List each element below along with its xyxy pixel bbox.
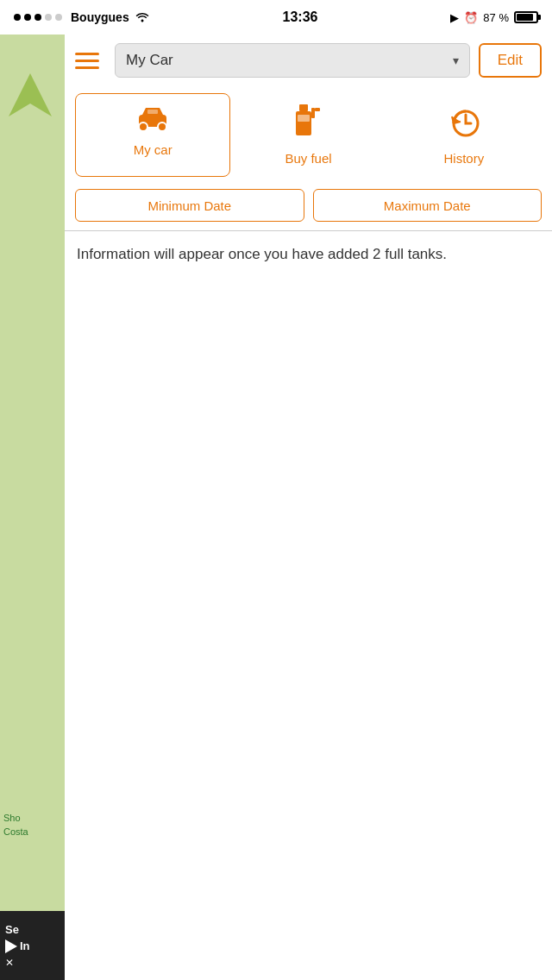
fuel-pump-icon — [292, 104, 323, 146]
location-icon: ▶ — [450, 11, 459, 24]
menu-line-1 — [75, 53, 99, 55]
menu-line-2 — [75, 60, 99, 62]
status-bar: Bouygues 13:36 ▶ ⏰ 87 % — [0, 0, 552, 35]
tab-my-car-label: My car — [134, 142, 172, 157]
svg-marker-0 — [9, 73, 52, 116]
svg-point-4 — [158, 122, 166, 130]
dot-3 — [34, 14, 41, 21]
panel: My Car ▾ Edit My car — [65, 35, 552, 980]
status-left: Bouygues — [14, 10, 150, 25]
status-time: 13:36 — [283, 9, 318, 25]
svg-rect-9 — [315, 108, 320, 111]
ad-logo: In — [5, 939, 30, 953]
menu-line-3 — [75, 66, 99, 69]
header: My Car ▾ Edit — [65, 35, 552, 86]
tab-my-car[interactable]: My car — [75, 93, 230, 177]
car-select-value: My Car — [126, 52, 173, 69]
svg-point-3 — [139, 122, 147, 130]
battery-fill — [517, 14, 533, 21]
tab-history[interactable]: History — [386, 93, 542, 177]
map-arrow-icon — [9, 69, 52, 121]
chevron-down-icon: ▾ — [453, 53, 459, 67]
car-icon — [132, 104, 173, 137]
history-icon — [447, 104, 481, 146]
dot-2 — [24, 14, 31, 21]
min-date-button[interactable]: Minimum Date — [75, 189, 304, 222]
signal-dots — [14, 14, 62, 21]
ad-play-icon — [5, 939, 17, 953]
svg-rect-7 — [298, 115, 310, 122]
carrier-label: Bouygues — [71, 10, 129, 24]
menu-button[interactable] — [75, 45, 106, 76]
tab-bar: My car Buy fuel — [65, 86, 552, 177]
wifi-icon — [135, 10, 150, 25]
ad-close-icon[interactable]: ✕ — [5, 957, 14, 969]
tab-history-label: History — [443, 151, 484, 166]
status-right: ▶ ⏰ 87 % — [450, 11, 538, 24]
map-label-1: Sho Costa — [0, 808, 65, 842]
svg-rect-8 — [311, 108, 315, 118]
battery-percent: 87 % — [483, 11, 509, 24]
svg-rect-10 — [299, 104, 308, 111]
dot-1 — [14, 14, 21, 21]
main-content: Sho Costa prings eserve Se In ✕ — [0, 35, 552, 980]
tab-buy-fuel-label: Buy fuel — [285, 151, 331, 166]
info-text: Information will appear once you have ad… — [65, 231, 552, 278]
max-date-button[interactable]: Maximum Date — [313, 189, 543, 222]
dot-5 — [55, 14, 62, 21]
edit-button[interactable]: Edit — [479, 43, 542, 78]
car-selector[interactable]: My Car ▾ — [115, 43, 470, 78]
date-filter-row: Minimum Date Maximum Date — [65, 180, 552, 231]
alarm-icon: ⏰ — [464, 11, 478, 24]
tab-buy-fuel[interactable]: Buy fuel — [230, 93, 386, 177]
dot-4 — [45, 14, 52, 21]
map-background: Sho Costa prings eserve Se In ✕ — [0, 35, 65, 980]
ad-bar: Se In ✕ — [0, 911, 65, 980]
svg-rect-5 — [147, 110, 158, 114]
battery-icon — [514, 11, 538, 23]
